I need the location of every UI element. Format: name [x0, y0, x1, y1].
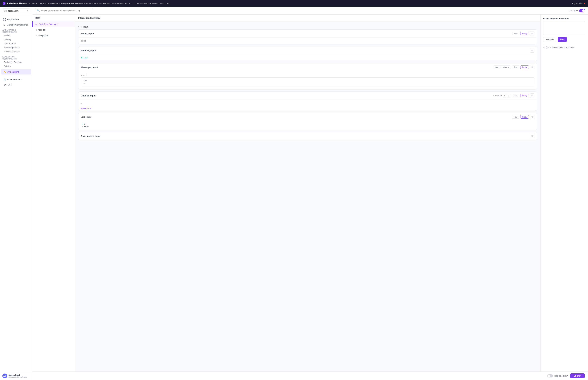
account-selector[interactable]: test-acct-aagam ▾	[2, 8, 30, 13]
sidebar-item-manage-components[interactable]: ⊞ Manage Components	[1, 22, 31, 27]
breadcrumb-item-4[interactable]: 8ca1b112-834b-40c3-896f-fc022cb0c394	[135, 2, 169, 4]
chunks-raw-btn[interactable]: Raw	[512, 94, 519, 97]
field-chunks-value: ...	[78, 100, 537, 106]
list-item-2: hello	[84, 125, 534, 128]
applications-label: Applications	[7, 18, 19, 20]
next-btn[interactable]: Next	[558, 37, 567, 42]
field-list-input: List_input Raw Pretty ⧉ 1 hello	[78, 113, 537, 130]
submit-btn[interactable]: Submit	[570, 373, 585, 378]
sidebar-item-eval-datasets[interactable]: Evaluation Datasets	[0, 60, 32, 64]
user-profile[interactable]: AD Aagam Dalal aagam.dalal@scale.com	[2, 374, 30, 378]
messages-raw-btn[interactable]: Raw	[512, 65, 519, 69]
trace-panel: Trace ▶_ Test Case Summary ⇅ tool_call ⇅…	[32, 15, 75, 372]
async-jobs-label[interactable]: Async Jobs	[572, 2, 583, 5]
sort-icon-1: ⇅	[36, 29, 37, 31]
jump-to-turn-btn[interactable]: Jump to a turn ▾	[493, 65, 511, 69]
terminal-icon: ▶_	[36, 23, 38, 25]
string-copy-btn[interactable]: ⧉	[530, 31, 534, 36]
list-raw-btn[interactable]: Raw	[512, 115, 519, 118]
json-copy-btn[interactable]: ⧉	[530, 134, 534, 138]
field-messages-content: Turn 1 User ...	[78, 71, 537, 89]
messages-copy-btn[interactable]: ⧉	[530, 65, 534, 69]
api-label: API	[8, 84, 12, 86]
completion-question: ◎ Q Is the completion accurate?	[543, 46, 585, 49]
divider	[543, 44, 585, 44]
chunk-label: Chunk 1/1	[493, 95, 502, 97]
chunks-copy-btn[interactable]: ⧉	[530, 93, 534, 98]
field-string-actions: true Pretty ⧉	[512, 31, 534, 36]
sidebar-item-applications[interactable]: Applications	[1, 17, 31, 22]
flag-review-toggle[interactable]	[547, 374, 553, 378]
field-number-actions: ⧉	[530, 48, 534, 53]
input-label: Input	[83, 25, 88, 28]
chunks-pretty-btn[interactable]: Pretty	[520, 94, 529, 97]
jump-label: Jump to a turn	[495, 66, 507, 68]
search-box[interactable]: 🔍	[35, 8, 93, 13]
search-input[interactable]	[41, 10, 91, 12]
trace-item-label-1: tool_call	[38, 29, 46, 31]
question1-label: Is the tool call accurate?	[543, 17, 585, 20]
sidebar-item-documentation[interactable]: 📄 Documentation	[1, 77, 31, 82]
grid-icon	[3, 18, 6, 20]
right-panel: Is the tool call accurate? Previous Next…	[540, 15, 588, 372]
dev-mode-toggle[interactable]	[579, 9, 585, 12]
metadata-toggle[interactable]: Metadata ▾	[78, 106, 537, 111]
async-dot	[584, 3, 585, 4]
sidebar-item-rubrics[interactable]: Rubrics	[0, 64, 32, 68]
answer-textarea-1[interactable]	[543, 21, 585, 35]
sidebar-item-models[interactable]: Models	[0, 33, 32, 38]
sidebar-item-api[interactable]: </> API	[1, 82, 31, 88]
breadcrumb-item-2[interactable]: Annotations	[48, 2, 58, 4]
sidebar-item-catalog[interactable]: Catalog	[0, 38, 32, 41]
spinner-icon: ◎	[543, 46, 545, 49]
collapse-icon: ▾	[78, 26, 79, 28]
field-list-value: 1 hello	[78, 121, 537, 130]
list-item-1: 1	[84, 123, 534, 125]
breadcrumb-item-1[interactable]: test-acct-aagam	[32, 2, 46, 4]
sidebar-account: test-acct-aagam ▾	[0, 7, 32, 15]
sidebar-item-data-sources[interactable]: Data Sources	[0, 41, 32, 46]
input-section-toggle[interactable]: ▾ ⤴ Input	[78, 24, 537, 29]
metadata-chevron-icon: ▾	[90, 108, 91, 109]
string-raw-btn[interactable]: true	[512, 32, 519, 35]
topbar: S Scale GenAI Platform ◀ test-acct-aagam…	[0, 0, 588, 7]
previous-btn[interactable]: Previous	[543, 37, 556, 42]
sidebar-item-annotations[interactable]: ✏️ Annotations	[1, 69, 31, 75]
user-email: aagam.dalal@scale.com	[8, 376, 27, 378]
messages-pretty-btn[interactable]: Pretty	[520, 65, 529, 69]
account-name: test-acct-aagam	[4, 10, 19, 12]
trace-item-test-case-summary[interactable]: ▶_ Test Case Summary	[32, 21, 75, 27]
list-pretty-btn[interactable]: Pretty	[520, 115, 529, 118]
field-string-input: String_input true Pretty ⧉ string	[78, 29, 537, 44]
field-list-actions: Raw Pretty ⧉	[512, 115, 534, 119]
field-chunks-header: Chunks_input Chunk 1/1 ‹ › Raw Pretty ⧉	[78, 92, 537, 100]
field-json-name: Json_object_input	[81, 135, 100, 137]
subheader: 🔍 Dev Mode	[32, 7, 588, 15]
interaction-header: Interaction Summary	[75, 15, 540, 21]
flag-review-label: Flag for Review	[554, 375, 568, 377]
code-icon: </>	[3, 84, 7, 86]
chunk-next-btn[interactable]: ›	[507, 94, 511, 97]
trace-header: Trace	[32, 15, 75, 21]
field-messages-actions: Jump to a turn ▾ Raw Pretty ⧉	[493, 65, 534, 69]
field-json-header: Json_object_input ⧉	[78, 132, 537, 140]
interaction-content: ▾ ⤴ Input String_input true Pretty ⧉	[75, 21, 540, 372]
q-icon: Q	[546, 46, 549, 49]
chunk-prev-btn[interactable]: ‹	[503, 94, 506, 97]
field-messages-header: Messages_input Jump to a turn ▾ Raw Pret…	[78, 63, 537, 71]
turn-role-1: User	[83, 79, 532, 81]
number-copy-btn[interactable]: ⧉	[530, 48, 534, 53]
string-pretty-btn[interactable]: Pretty	[520, 32, 529, 35]
sidebar-item-knowledge-bases[interactable]: Knowledge Bases	[0, 46, 32, 50]
metadata-label: Metadata	[81, 107, 89, 110]
breadcrumb-item-3[interactable]: example flexible evaluation 2024-09-25 1…	[61, 2, 132, 4]
question2-label: Is the completion accurate?	[550, 46, 575, 49]
avatar: AD	[2, 374, 7, 378]
trace-item-completion[interactable]: ⇅ completion	[32, 33, 75, 38]
list-copy-btn[interactable]: ⧉	[530, 115, 534, 119]
trace-item-tool-call[interactable]: ⇅ tool_call	[32, 27, 75, 33]
sidebar-item-training-datasets[interactable]: Training Datasets	[0, 50, 32, 54]
brand-icon: S	[3, 2, 5, 5]
field-messages-name: Messages_input	[81, 66, 98, 69]
sub-section-label: Application Components	[0, 28, 32, 33]
